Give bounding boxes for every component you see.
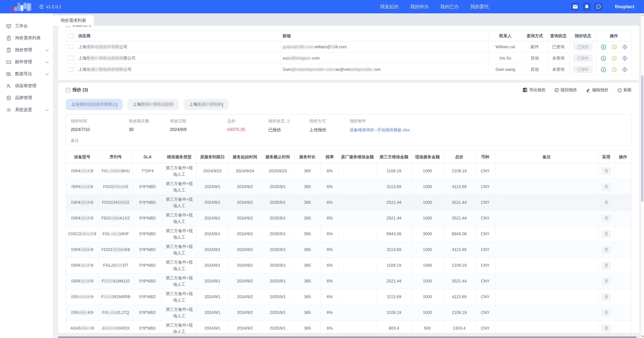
device-serial-cell: FDO2419M110: [98, 273, 133, 289]
yen-circle-icon[interactable]: ¥: [601, 56, 606, 61]
device-op-cell: [614, 320, 632, 333]
adopt-toggle-button[interactable]: 否: [602, 325, 611, 332]
device-col-header: 币种: [475, 150, 495, 163]
sidebar-item-2[interactable]: ¥报价管理: [0, 44, 53, 56]
quote-status-cell: 已报价: [570, 52, 596, 64]
clipboard-icon: [6, 36, 12, 41]
sidebar-item-0[interactable]: 工作台: [0, 20, 53, 32]
text-segment: ISR4: [71, 247, 80, 252]
text-segment: ASA5: [70, 326, 81, 331]
bell-icon[interactable]: [582, 2, 591, 11]
device-onsite-cell: 1000: [412, 258, 443, 273]
quote-status-badge: 已报价: [574, 54, 592, 62]
aim-icon[interactable]: [622, 56, 627, 61]
gear-icon: [6, 107, 12, 113]
adopt-toggle-button[interactable]: 否: [602, 215, 611, 222]
label-text: 报价时间: [71, 118, 87, 124]
row-checkbox[interactable]: [68, 44, 73, 50]
mail-icon[interactable]: [571, 2, 580, 11]
scroll-up-arrow-icon[interactable]: [642, 14, 644, 16]
collapse-icon[interactable]: [66, 88, 70, 92]
device-total-cell: 4113.69: [443, 179, 475, 195]
device-end-cell: 2025/9/1: [261, 289, 294, 305]
adopt-toggle-button[interactable]: 否: [602, 230, 611, 238]
supplier-pill-0[interactable]: 上海麦科信息技术有限公]: [66, 99, 123, 110]
adopt-toggle-button[interactable]: 否: [602, 246, 611, 253]
quote-action-0[interactable]: X导出报价: [523, 87, 546, 93]
clock-icon[interactable]: [611, 67, 616, 72]
mail-icon: [6, 59, 12, 65]
select-all-checkbox[interactable]: [68, 34, 73, 38]
redacted-text: 麦科信息技术有限: [86, 44, 119, 49]
device-sla-cell: 5*8*NBD: [133, 305, 162, 320]
aim-icon[interactable]: [622, 67, 627, 72]
supplier-pill-1[interactable]: 上海数智计算机信息技: [127, 99, 179, 110]
adopt-toggle-button[interactable]: 否: [602, 309, 611, 316]
adopt-toggle-button[interactable]: 否: [602, 294, 611, 300]
adopt-toggle-button[interactable]: 否: [602, 262, 611, 269]
device-adopt-cell: 否: [598, 242, 614, 258]
chat-icon[interactable]: [594, 2, 603, 11]
device-sla-cell: 5*8*NBD: [133, 273, 162, 289]
device-onsite-cell: 1000: [412, 163, 443, 179]
contact-cell: Iris Xu: [488, 52, 522, 64]
yen-circle-icon[interactable]: ¥: [601, 44, 606, 50]
yen-circle-icon[interactable]: ¥: [601, 67, 606, 72]
sidebar-item-6[interactable]: 品牌管理: [0, 92, 53, 104]
device-end-cell: 2025/9/1: [261, 179, 294, 195]
sidebar-item-label: 询价需求列表: [15, 35, 49, 41]
device-op-cell: [614, 179, 632, 195]
collapse-icon[interactable]: [66, 26, 70, 27]
device-start-cell: 2024/9/2: [228, 305, 261, 320]
sidebar-item-7[interactable]: 系统设置: [0, 104, 53, 116]
adopt-toggle-button[interactable]: 否: [602, 168, 611, 174]
scroll-down-arrow-icon[interactable]: [642, 336, 644, 337]
quote-action-2[interactable]: 编辑报价: [586, 87, 608, 93]
device-op-cell: [614, 273, 632, 289]
hamburger-menu-icon[interactable]: [39, 5, 44, 8]
sidebar-item-5[interactable]: 供应商管理: [0, 80, 53, 92]
aim-icon[interactable]: [622, 44, 627, 50]
row-checkbox[interactable]: [68, 56, 73, 61]
chevron-down-icon: [46, 61, 49, 63]
sidebar-item-4[interactable]: 数据导出: [0, 68, 53, 80]
text-segment: Gain: [283, 67, 292, 72]
adopt-toggle-button[interactable]: 否: [602, 278, 611, 285]
quote-action-1[interactable]: 驳回报价: [554, 87, 577, 93]
clock-icon[interactable]: [611, 56, 616, 61]
adopt-toggle-button[interactable]: 否: [602, 183, 611, 190]
supplier-col-header: 邮箱: [280, 30, 488, 41]
sidebar-item-3[interactable]: 邮件管理: [0, 56, 53, 68]
device-type-cell: 第三方备件+现场人工: [162, 273, 196, 289]
nav-link-3[interactable]: 我的委托: [470, 4, 489, 10]
nav-link-2[interactable]: 我的已办: [440, 4, 459, 10]
sidebar-item-1[interactable]: 询价需求列表: [0, 32, 53, 44]
attachment-link[interactable]: 设备维保询价--手动报价模板.xlsx: [350, 127, 410, 133]
vertical-scrollbar[interactable]: [640, 13, 644, 338]
tab-inquiry-list[interactable]: 询价需求列表: [53, 16, 94, 26]
device-third-cell: 803.4: [376, 320, 412, 333]
device-col-header: 服务截止时间: [261, 150, 294, 163]
adopt-toggle-button[interactable]: 否: [602, 199, 611, 206]
text-segment: ISR4: [71, 279, 80, 284]
nav-link-0[interactable]: 我发起的: [380, 4, 398, 10]
device-total-cell: 1303.4: [443, 320, 475, 333]
device-end-cell: 2025/9/1: [261, 210, 294, 226]
quote-action-3[interactable]: 刷新: [617, 87, 632, 93]
text-segment: ]: [116, 102, 118, 107]
device-remark-cell: [495, 210, 598, 226]
vertical-scrollbar-thumb[interactable]: [641, 75, 643, 202]
device-type-cell: 第三方备件+现场人工: [162, 258, 196, 273]
current-username[interactable]: finoptact: [615, 4, 634, 9]
quote-field-label: 报价状态: [268, 118, 309, 124]
nav-link-1[interactable]: 我的待办: [410, 4, 429, 10]
device-end-cell: 2025/9/1: [261, 258, 294, 273]
row-checkbox[interactable]: [68, 67, 73, 72]
clock-icon[interactable]: [611, 44, 616, 50]
horizontal-scrollbar-thumb[interactable]: [58, 336, 636, 338]
device-start-cell: 2024/9/2: [228, 195, 261, 210]
reject-icon: [554, 88, 559, 92]
quote-field-2: 有效日期2024/8/9: [170, 118, 227, 133]
device-sla-cell: 5*8*NBD: [133, 179, 162, 195]
supplier-pill-2[interactable]: 上海集成计算机科]: [184, 99, 229, 110]
